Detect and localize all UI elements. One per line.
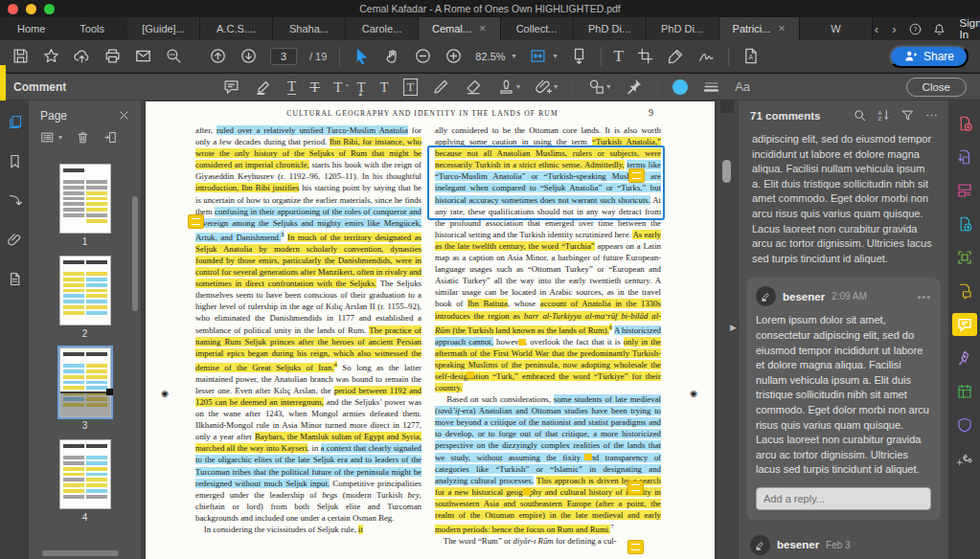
attach-file-icon[interactable]: ▾	[535, 78, 558, 96]
scroll-tabs-left-button[interactable]: ‹	[873, 22, 880, 36]
delete-page-icon[interactable]	[76, 130, 90, 145]
protect-tool[interactable]	[952, 414, 977, 436]
document-tab-2[interactable]: Shaha...	[273, 17, 346, 40]
page-thumbnail-1[interactable]: 1	[59, 164, 111, 247]
create-pdf-tool[interactable]	[952, 112, 977, 135]
comment-entry[interactable]: besener Feb 3 Highlighted Text	[739, 529, 948, 559]
color-swatch-icon[interactable]	[672, 79, 688, 95]
page-thumbnail-3[interactable]: 3	[59, 347, 111, 431]
next-page-icon[interactable]	[239, 47, 258, 65]
eraser-icon[interactable]	[465, 78, 483, 96]
sticky-note-icon[interactable]	[222, 78, 240, 96]
document-scrollbar-track[interactable]: ▶	[717, 101, 738, 559]
extract-page-icon[interactable]	[103, 130, 118, 145]
help-icon[interactable]: ?	[908, 22, 923, 36]
thumbnails-vertical-scrollbar[interactable]	[132, 196, 138, 311]
favorite-star-icon[interactable]	[42, 47, 60, 65]
text-box-icon[interactable]: T	[403, 78, 418, 96]
thumbnail-image[interactable]	[59, 164, 111, 234]
replace-text-icon[interactable]: T	[333, 79, 342, 95]
reply-input[interactable]	[756, 487, 931, 510]
page-text-column-left[interactable]: after, ruled over a relatively unified T…	[195, 124, 422, 547]
request-signatures-tool[interactable]	[952, 280, 977, 302]
line-thickness-icon[interactable]	[702, 78, 720, 96]
text-properties[interactable]: Aa	[735, 79, 750, 94]
thumbnail-image[interactable]	[59, 347, 111, 417]
sort-comments-icon[interactable]: AZ	[877, 108, 891, 123]
inline-comment-marker[interactable]	[584, 454, 592, 460]
close-tab-icon[interactable]: ✕	[778, 24, 786, 34]
export-document-icon[interactable]: A	[741, 47, 760, 65]
scroll-tabs-right-button[interactable]: ›	[890, 22, 898, 36]
sign-in-button[interactable]: Sign In	[960, 17, 980, 40]
document-tab-0[interactable]: [Guide]...	[127, 17, 200, 40]
sticky-note-annotation-icon[interactable]	[188, 214, 204, 229]
export-pdf-tool[interactable]	[952, 145, 977, 168]
email-icon[interactable]	[134, 47, 152, 65]
fill-sign-icon[interactable]	[667, 47, 685, 65]
highlight-text-icon[interactable]	[255, 78, 273, 96]
signature-icon[interactable]	[697, 47, 716, 65]
scan-ocr-tool[interactable]	[952, 246, 977, 269]
notifications-icon[interactable]	[932, 22, 946, 36]
more-tools-tool[interactable]	[952, 447, 977, 470]
document-tab-8[interactable]: Patrici...✕	[719, 17, 800, 40]
search-comments-icon[interactable]	[853, 108, 867, 123]
insert-text-icon[interactable]: T	[356, 79, 365, 95]
edit-pdf-tool[interactable]	[952, 212, 977, 235]
inline-comment-marker[interactable]	[523, 488, 531, 495]
tab-tools[interactable]: Tools	[62, 17, 122, 40]
previous-page-icon[interactable]	[209, 47, 227, 65]
zoom-window-button[interactable]	[44, 4, 55, 14]
print-icon[interactable]	[103, 47, 122, 65]
document-tab-7[interactable]: PhD Di...	[647, 17, 719, 40]
thumbnails-horizontal-scrollbar[interactable]	[42, 550, 119, 556]
comment-options-icon[interactable]: •••	[917, 291, 931, 302]
attachments-icon[interactable]	[7, 232, 23, 248]
viewport-resize-handle[interactable]	[106, 389, 113, 395]
sticky-note-annotation-icon[interactable]	[628, 168, 645, 183]
tags-icon[interactable]	[7, 271, 23, 287]
underline-text-icon[interactable]: T	[287, 78, 296, 95]
stamp-icon[interactable]: ▾	[497, 78, 520, 96]
thumbnail-image[interactable]	[59, 439, 111, 509]
minimize-window-button[interactable]	[26, 4, 36, 14]
upload-cloud-icon[interactable]	[73, 47, 91, 65]
sticky-note-annotation-icon[interactable]	[627, 481, 644, 495]
document-tab-1[interactable]: A.C.S....	[200, 17, 273, 40]
page-thumbnail-2[interactable]: 2	[59, 256, 111, 339]
page-number-input[interactable]: 3	[270, 48, 297, 65]
fit-width-icon[interactable]	[529, 47, 547, 65]
sticky-note-annotation-icon[interactable]	[627, 540, 644, 554]
expand-panel-handle[interactable]: ▶	[730, 323, 737, 332]
organize-pages-tool[interactable]	[952, 179, 977, 202]
hand-tool-icon[interactable]	[383, 47, 401, 65]
thumbnail-options-icon[interactable]	[40, 130, 55, 145]
comment-card[interactable]: besener 2:09 AM ••• Lorem ipsum dolor si…	[746, 278, 941, 520]
edit-text-tool-icon[interactable]: T	[614, 49, 624, 64]
crop-pages-icon[interactable]	[636, 47, 654, 65]
page-thumbnails-icon[interactable]	[7, 114, 23, 130]
tab-home[interactable]: Home	[0, 17, 62, 40]
close-panel-icon[interactable]	[117, 108, 131, 123]
add-text-icon[interactable]: T	[380, 79, 389, 95]
comments-options-icon[interactable]	[924, 108, 939, 123]
prepare-form-tool[interactable]	[952, 380, 977, 403]
page-thumbnail-4[interactable]: 4	[59, 439, 111, 523]
bookmarks-icon[interactable]	[7, 153, 23, 169]
page-scrolling-icon[interactable]	[570, 47, 588, 65]
close-window-button[interactable]	[8, 4, 18, 14]
comment-tool[interactable]	[952, 313, 977, 336]
inline-comment-marker[interactable]	[518, 339, 526, 346]
close-tab-icon[interactable]: ✕	[479, 24, 487, 34]
zoom-caret-icon[interactable]: ▾	[513, 52, 516, 60]
selection-tool-icon[interactable]	[353, 47, 371, 65]
thumbnail-image[interactable]	[59, 256, 111, 325]
signatures-icon[interactable]	[7, 192, 23, 209]
keep-tool-selected-pin-icon[interactable]	[625, 78, 643, 96]
draw-icon[interactable]	[432, 78, 450, 96]
document-tab-6[interactable]: PhD Di...	[574, 17, 647, 40]
fit-width-caret-icon[interactable]: ▾	[554, 52, 558, 60]
inline-comment-marker[interactable]	[467, 371, 474, 378]
fill-sign-tool[interactable]	[952, 347, 977, 369]
